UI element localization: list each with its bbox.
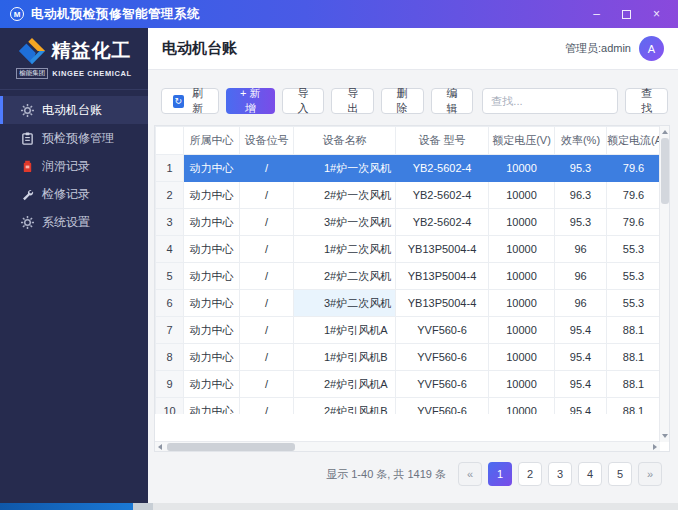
cell-efficiency[interactable]: 95.4: [555, 398, 607, 415]
cell-current[interactable]: 88.1: [607, 317, 661, 344]
avatar[interactable]: A: [639, 36, 664, 61]
vertical-scrollbar[interactable]: [659, 126, 669, 442]
horizontal-scrollbar[interactable]: [155, 441, 660, 451]
cell-current[interactable]: 55.3: [607, 290, 661, 317]
cell-center[interactable]: 动力中心: [184, 182, 240, 209]
cell-voltage[interactable]: 10000: [489, 371, 555, 398]
add-button[interactable]: + 新增: [226, 88, 275, 114]
cell-tag[interactable]: /: [240, 371, 294, 398]
cell-name[interactable]: 2#炉引风机A: [294, 371, 396, 398]
cell-name[interactable]: 2#炉一次风机: [294, 182, 396, 209]
cell-tag[interactable]: /: [240, 182, 294, 209]
horizontal-scroll-thumb[interactable]: [167, 443, 295, 451]
cell-efficiency[interactable]: 96: [555, 263, 607, 290]
cell-model[interactable]: YB13P5004-4: [396, 236, 489, 263]
column-header[interactable]: 效率(%): [555, 127, 607, 155]
cell-current[interactable]: 79.6: [607, 155, 661, 182]
column-header[interactable]: 设备名称: [294, 127, 396, 155]
vertical-scroll-thumb[interactable]: [661, 138, 669, 204]
cell-efficiency[interactable]: 96.3: [555, 182, 607, 209]
cell-tag[interactable]: /: [240, 236, 294, 263]
cell-center[interactable]: 动力中心: [184, 155, 240, 182]
cell-current[interactable]: 88.1: [607, 398, 661, 415]
cell-name[interactable]: 1#炉二次风机: [294, 236, 396, 263]
edit-button[interactable]: 编辑: [431, 88, 474, 114]
cell-name[interactable]: 1#炉引风机B: [294, 344, 396, 371]
scroll-left-icon[interactable]: [158, 444, 162, 450]
cell-tag[interactable]: /: [240, 317, 294, 344]
cell-center[interactable]: 动力中心: [184, 371, 240, 398]
scroll-right-icon[interactable]: [653, 444, 657, 450]
maximize-icon[interactable]: [622, 10, 631, 19]
cell-voltage[interactable]: 10000: [489, 344, 555, 371]
cell-tag[interactable]: /: [240, 263, 294, 290]
cell-tag[interactable]: /: [240, 290, 294, 317]
cell-voltage[interactable]: 10000: [489, 236, 555, 263]
cell-efficiency[interactable]: 95.3: [555, 155, 607, 182]
cell-efficiency[interactable]: 95.3: [555, 209, 607, 236]
page-button-1[interactable]: 1: [488, 462, 512, 486]
cell-current[interactable]: 88.1: [607, 344, 661, 371]
column-header[interactable]: 设备位号: [240, 127, 294, 155]
column-header[interactable]: 额定电压(V): [489, 127, 555, 155]
cell-center[interactable]: 动力中心: [184, 209, 240, 236]
cell-model[interactable]: YB2-5602-4: [396, 182, 489, 209]
cell-voltage[interactable]: 10000: [489, 155, 555, 182]
scroll-up-icon[interactable]: [662, 130, 668, 134]
page-button-3[interactable]: 3: [548, 462, 572, 486]
refresh-button[interactable]: ↻ 刷新: [161, 88, 219, 114]
cell-model[interactable]: YB13P5004-4: [396, 290, 489, 317]
table-row[interactable]: 5动力中心/2#炉二次风机YB13P5004-4100009655.3: [156, 263, 661, 290]
table-row[interactable]: 7动力中心/1#炉引风机AYVF560-61000095.488.1: [156, 317, 661, 344]
table-row[interactable]: 2动力中心/2#炉一次风机YB2-5602-41000096.379.6: [156, 182, 661, 209]
cell-name[interactable]: 1#炉一次风机: [294, 155, 396, 182]
scroll-down-icon[interactable]: [662, 434, 668, 438]
cell-current[interactable]: 88.1: [607, 371, 661, 398]
sidebar-item-maintenance[interactable]: 检修记录: [0, 180, 148, 208]
cell-center[interactable]: 动力中心: [184, 290, 240, 317]
sidebar-item-motor-ledger[interactable]: 电动机台账: [0, 96, 148, 124]
page-button-4[interactable]: 4: [578, 462, 602, 486]
cell-tag[interactable]: /: [240, 155, 294, 182]
cell-model[interactable]: YB2-5602-4: [396, 155, 489, 182]
cell-model[interactable]: YVF560-6: [396, 317, 489, 344]
cell-center[interactable]: 动力中心: [184, 398, 240, 415]
cell-efficiency[interactable]: 96: [555, 290, 607, 317]
cell-tag[interactable]: /: [240, 398, 294, 415]
cell-voltage[interactable]: 10000: [489, 398, 555, 415]
cell-name[interactable]: 3#炉二次风机: [294, 290, 396, 317]
cell-model[interactable]: YVF560-6: [396, 371, 489, 398]
table-row[interactable]: 1动力中心/1#炉一次风机YB2-5602-41000095.379.6: [156, 155, 661, 182]
table-row[interactable]: 9动力中心/2#炉引风机AYVF560-61000095.488.1: [156, 371, 661, 398]
cell-current[interactable]: 79.6: [607, 182, 661, 209]
next-page-button[interactable]: »: [638, 462, 662, 486]
close-icon[interactable]: ×: [653, 8, 660, 20]
table-row[interactable]: 4动力中心/1#炉二次风机YB13P5004-4100009655.3: [156, 236, 661, 263]
cell-model[interactable]: YB13P5004-4: [396, 263, 489, 290]
prev-page-button[interactable]: «: [458, 462, 482, 486]
import-button[interactable]: 导入: [282, 88, 325, 114]
cell-voltage[interactable]: 10000: [489, 317, 555, 344]
sidebar-item-preinspect[interactable]: 预检预修管理: [0, 124, 148, 152]
table-row[interactable]: 8动力中心/1#炉引风机BYVF560-61000095.488.1: [156, 344, 661, 371]
cell-center[interactable]: 动力中心: [184, 344, 240, 371]
cell-voltage[interactable]: 10000: [489, 209, 555, 236]
column-header[interactable]: 所属中心: [184, 127, 240, 155]
search-button[interactable]: 查找: [625, 88, 668, 114]
delete-button[interactable]: 删除: [381, 88, 424, 114]
cell-efficiency[interactable]: 95.4: [555, 371, 607, 398]
cell-voltage[interactable]: 10000: [489, 263, 555, 290]
table-row[interactable]: 10动力中心/2#炉引风机BYVF560-61000095.488.1: [156, 398, 661, 415]
cell-center[interactable]: 动力中心: [184, 236, 240, 263]
search-input[interactable]: [482, 88, 618, 114]
cell-name[interactable]: 3#炉一次风机: [294, 209, 396, 236]
cell-model[interactable]: YVF560-6: [396, 344, 489, 371]
cell-name[interactable]: 2#炉二次风机: [294, 263, 396, 290]
cell-tag[interactable]: /: [240, 209, 294, 236]
sidebar-item-settings[interactable]: 系统设置: [0, 208, 148, 236]
table-row[interactable]: 6动力中心/3#炉二次风机YB13P5004-4100009655.3: [156, 290, 661, 317]
column-header[interactable]: 设备 型号: [396, 127, 489, 155]
cell-voltage[interactable]: 10000: [489, 290, 555, 317]
page-button-2[interactable]: 2: [518, 462, 542, 486]
cell-efficiency[interactable]: 95.4: [555, 317, 607, 344]
